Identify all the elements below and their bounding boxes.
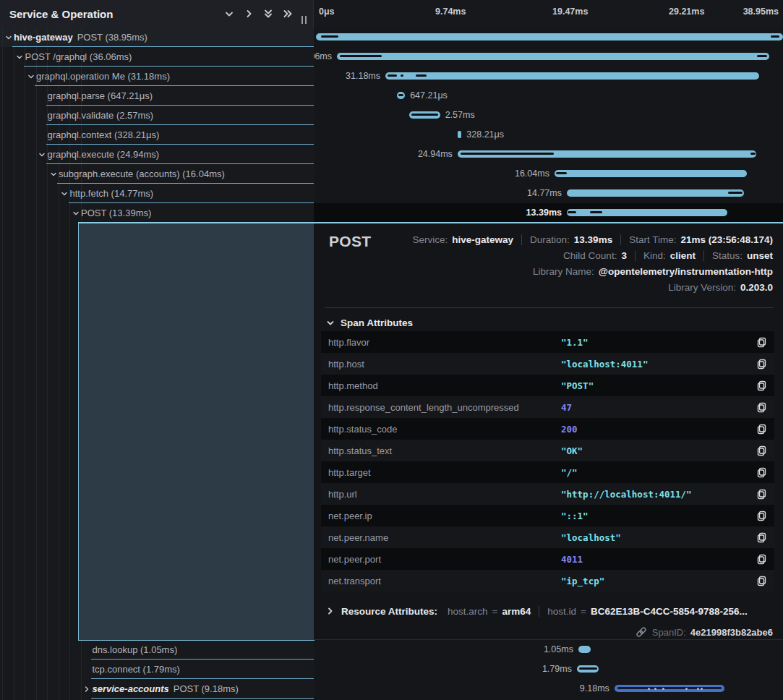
attribute-key: http.status_code xyxy=(321,424,561,435)
operation-name: POST (9.18ms) xyxy=(174,683,239,694)
span-bar[interactable] xyxy=(555,170,747,177)
timeline-row[interactable]: 647.21μs xyxy=(314,86,783,106)
span-tree-row[interactable]: POST (13.39ms) xyxy=(0,203,314,223)
chevron-down-icon[interactable] xyxy=(14,51,25,62)
timeline-row[interactable]: 24.94ms xyxy=(314,145,783,164)
span-bar[interactable] xyxy=(337,53,769,60)
span-bar[interactable] xyxy=(458,150,757,158)
attribute-key: net.transport xyxy=(321,576,561,586)
child-count-label: Child Count: xyxy=(563,250,617,261)
self-time-mark xyxy=(568,211,576,213)
copy-icon[interactable] xyxy=(748,554,774,565)
attribute-key: net.peer.port xyxy=(321,554,561,565)
span-tree-row[interactable]: graphql.operation Me (31.18ms) xyxy=(0,67,314,86)
span-tree-row[interactable]: service-accountsPOST (9.18ms) xyxy=(0,679,314,699)
divider xyxy=(325,307,773,308)
timeline-row[interactable]: 31.18ms xyxy=(314,67,783,86)
self-time-mark xyxy=(416,74,427,77)
attribute-row: net.peer.ip"::1" xyxy=(321,505,774,526)
resource-attributes-toggle[interactable]: Resource Attributes: host.arch = arm64 h… xyxy=(326,603,748,619)
span-tree-row[interactable]: hive-gatewayPOST (38.95ms) xyxy=(0,27,314,47)
copy-icon[interactable] xyxy=(748,576,774,586)
timeline-row[interactable]: 36.06ms xyxy=(314,47,783,67)
event-dot xyxy=(662,688,664,690)
chevron-down-icon[interactable] xyxy=(37,149,48,160)
axis-tick: 29.21ms xyxy=(669,7,704,17)
self-time-mark xyxy=(757,55,766,57)
chevron-down-icon[interactable] xyxy=(59,188,70,199)
copy-icon[interactable] xyxy=(748,337,774,348)
attribute-key: net.peer.name xyxy=(321,532,561,543)
timeline-row[interactable]: 1.05ms xyxy=(314,640,783,660)
span-tree-row[interactable]: subgraph.execute (accounts) (16.04ms) xyxy=(0,164,314,184)
span-bar[interactable] xyxy=(385,72,759,80)
span-tree-row[interactable]: graphql.context (328.21μs) xyxy=(0,125,314,145)
service-label: Service: xyxy=(412,234,448,245)
kind-label: Kind: xyxy=(643,250,666,261)
span-bar[interactable] xyxy=(567,209,727,216)
span-tree-row[interactable]: dns.lookup (1.05ms) xyxy=(0,640,314,660)
timeline-row[interactable]: 14.77ms xyxy=(314,184,783,203)
copy-icon[interactable] xyxy=(748,402,774,413)
equals-sign: = xyxy=(581,606,586,617)
equals-sign: = xyxy=(492,606,498,617)
pane-resize-handle[interactable] xyxy=(301,16,309,25)
span-bar[interactable] xyxy=(458,131,461,138)
child-count-value: 3 xyxy=(621,250,627,261)
self-time-mark xyxy=(398,94,403,96)
chevron-down-icon xyxy=(326,319,335,328)
copy-icon[interactable] xyxy=(748,467,774,478)
operation-name: graphql.operation Me (31.18ms) xyxy=(36,71,170,82)
attribute-key: http.url xyxy=(321,489,561,500)
copy-icon[interactable] xyxy=(748,511,774,521)
span-tree-row[interactable]: graphql.execute (24.94ms) xyxy=(0,145,314,164)
span-bar[interactable] xyxy=(567,189,744,197)
timeline-row[interactable]: 9.18ms xyxy=(314,679,783,699)
copy-icon[interactable] xyxy=(748,532,774,543)
link-icon[interactable] xyxy=(636,626,647,638)
chevron-down-icon[interactable] xyxy=(3,32,14,43)
span-bar[interactable] xyxy=(578,646,591,653)
span-tree-row[interactable]: graphql.parse (647.21μs) xyxy=(0,86,314,106)
copy-icon[interactable] xyxy=(748,359,774,370)
timeline-row[interactable]: 16.04ms xyxy=(314,164,783,184)
span-detail-row-fill[interactable] xyxy=(78,223,315,641)
chevron-right-icon[interactable] xyxy=(82,683,93,694)
double-chevron-right-icon[interactable] xyxy=(281,7,294,20)
span-tree-row[interactable]: POST /graphql (36.06ms) xyxy=(0,47,314,67)
span-bar[interactable] xyxy=(577,665,599,673)
double-chevron-down-icon[interactable] xyxy=(262,7,275,20)
timeline-row[interactable]: 328.21μs xyxy=(314,125,783,145)
span-tree-row[interactable]: tcp.connect (1.79ms) xyxy=(0,660,314,679)
chevron-right-icon[interactable] xyxy=(242,7,255,20)
timeline-row[interactable] xyxy=(314,27,783,47)
chevron-spacer xyxy=(37,129,48,140)
meta-line-4: Library Version: 0.203.0 xyxy=(668,279,773,295)
span-duration-label: 1.05ms xyxy=(544,640,573,660)
chevron-down-icon[interactable] xyxy=(48,168,59,179)
span-duration-label: 24.94ms xyxy=(418,145,453,164)
span-tree-row[interactable]: http.fetch (14.77ms) xyxy=(0,184,314,203)
chevron-down-icon[interactable] xyxy=(25,71,36,82)
attribute-value: "1.1" xyxy=(561,337,748,348)
chevron-down-icon[interactable] xyxy=(70,208,81,218)
attribute-row: http.status_code200 xyxy=(321,418,774,440)
span-attributes-toggle[interactable]: Span Attributes xyxy=(326,317,413,328)
attribute-row: net.transport"ip_tcp" xyxy=(321,570,774,592)
copy-icon[interactable] xyxy=(748,445,774,456)
attribute-value: "localhost:4011" xyxy=(561,359,748,370)
span-bar[interactable] xyxy=(409,111,440,119)
chevron-down-icon[interactable] xyxy=(223,7,236,20)
span-tree-row[interactable]: graphql.validate (2.57ms) xyxy=(0,106,314,125)
span-bar[interactable] xyxy=(316,33,783,40)
span-bar[interactable] xyxy=(397,92,405,99)
timeline-row[interactable]: 1.79ms xyxy=(314,660,783,679)
span-duration-label: 9.18ms xyxy=(580,679,609,699)
span-bar[interactable] xyxy=(615,685,724,692)
copy-icon[interactable] xyxy=(748,489,774,500)
copy-icon[interactable] xyxy=(748,380,774,391)
copy-icon[interactable] xyxy=(748,424,774,435)
selected-span-border xyxy=(78,222,783,223)
timeline-row[interactable]: 13.39ms xyxy=(314,203,783,223)
timeline-row[interactable]: 2.57ms xyxy=(314,106,783,125)
